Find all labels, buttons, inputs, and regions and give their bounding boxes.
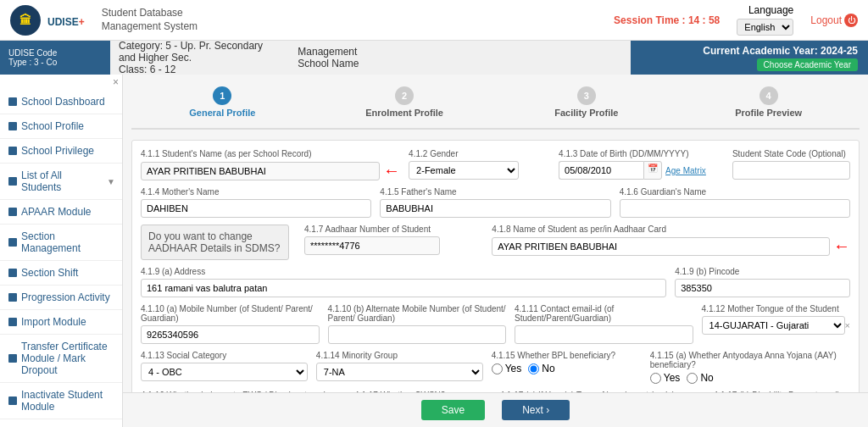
sidebar-item-label: Import Module	[21, 316, 86, 328]
dashboard-icon	[8, 97, 17, 106]
session-time: Session Time : 14 : 58	[614, 14, 720, 26]
mother-name-label: 4.1.4 Mother's Name	[141, 187, 371, 197]
mother-tongue-clear-button[interactable]: ×	[845, 320, 850, 330]
aay-yes-radio[interactable]	[650, 373, 661, 384]
sidebar-item-transfer-certificate[interactable]: Transfer Certificate Module / Mark Dropo…	[0, 335, 122, 383]
sidebar-item-school-profile[interactable]: School Profile	[0, 114, 122, 139]
aadhaar-name-arrow-indicator: ←	[833, 236, 850, 256]
step-enrolment-profile[interactable]: 2 Enrolment Profile	[314, 83, 496, 121]
header-right: Session Time : 14 : 58 Language English …	[614, 4, 858, 36]
pincode-group: 4.1.9 (b) Pincode	[675, 267, 850, 297]
gender-label: 4.1.2 Gender	[409, 149, 550, 158]
pincode-label: 4.1.9 (b) Pincode	[675, 267, 850, 276]
father-name-label: 4.1.5 Father's Name	[380, 187, 610, 197]
choose-academic-year-button[interactable]: Choose Academic Year	[757, 58, 858, 71]
dob-group: 4.1.3 Date of Birth (DD/MM/YYYY) 📅 Age M…	[559, 149, 724, 180]
aadhaar-number-input[interactable]	[304, 236, 440, 255]
father-name-group: 4.1.5 Father's Name	[380, 187, 610, 218]
bpl-no-label[interactable]: No	[528, 363, 554, 374]
student-name-label: 4.1.1 Student's Name (as per School Reco…	[141, 149, 400, 158]
save-button[interactable]: Save	[421, 400, 485, 420]
sidebar-item-progression-activity[interactable]: Progression Activity	[0, 286, 122, 310]
step-label-3: Facility Profile	[499, 108, 675, 118]
subheader: UDISE Code Type : 3 - Co Category: 5 - U…	[0, 41, 868, 75]
category-section: Category: 5 - Up. Pr. Secondary and High…	[110, 41, 289, 75]
logout-button[interactable]: Logout ⏻	[810, 14, 858, 27]
sidebar-item-label: List of All Students	[21, 169, 103, 193]
sidebar-item-import-module[interactable]: Import Module	[0, 310, 122, 335]
sidebar-item-list-all-students[interactable]: List of All Students ▼	[0, 164, 122, 200]
bottom-bar: Save Next ›	[123, 392, 868, 427]
bpl-yes-label[interactable]: Yes	[492, 363, 522, 374]
sidebar-item-label: Section Management	[21, 230, 115, 254]
logo-icon: 🏛	[10, 5, 41, 36]
inactivate-icon	[8, 396, 17, 405]
step-label-2: Enrolment Profile	[317, 108, 492, 118]
guardian-name-group: 4.1.6 Guardian's Name	[620, 187, 850, 218]
mobile-input[interactable]	[141, 325, 320, 344]
bpl-yes-radio[interactable]	[492, 363, 503, 374]
section-mgmt-icon	[8, 238, 17, 247]
pincode-input[interactable]	[675, 279, 850, 297]
logo-area: 🏛 UDISE+ Student Database Management Sys…	[10, 5, 198, 36]
aay-no-radio[interactable]	[687, 373, 698, 384]
sidebar-item-reporting-module[interactable]: Reporting Module	[0, 419, 122, 427]
state-code-input[interactable]	[732, 161, 850, 180]
email-input[interactable]	[515, 325, 693, 344]
student-name-input[interactable]	[141, 162, 380, 180]
mother-name-group: 4.1.4 Mother's Name	[141, 187, 371, 218]
form-row-2: 4.1.4 Mother's Name 4.1.5 Father's Name …	[141, 187, 850, 218]
mother-tongue-select[interactable]: 14-GUJARATI - Gujarati	[702, 316, 845, 335]
step-facility-profile[interactable]: 3 Facility Profile	[496, 83, 678, 121]
apaar-icon	[8, 208, 17, 216]
step-label-1: General Profile	[135, 108, 310, 118]
step-general-profile[interactable]: 1 General Profile	[131, 83, 314, 121]
aay-label: 4.1.15 (a) Whether Antyodaya Anna Yojana…	[650, 351, 850, 369]
transfer-icon	[8, 354, 17, 363]
social-category-label: 4.1.13 Social Category	[141, 351, 308, 360]
aay-yes-label[interactable]: Yes	[650, 372, 681, 384]
form-card: 4.1.1 Student's Name (as per School Reco…	[131, 140, 860, 392]
sidebar-item-section-shift[interactable]: Section Shift	[0, 261, 122, 286]
form-content: 1 General Profile 2 Enrolment Profile 3 …	[123, 75, 868, 392]
alt-mobile-label: 4.1.10 (b) Alternate Mobile Number (of S…	[328, 304, 507, 323]
aadhaar-name-input[interactable]	[492, 237, 830, 256]
minority-group-select[interactable]: 7-NA	[316, 363, 483, 381]
minority-group-group: 4.1.14 Minority Group 7-NA	[316, 351, 483, 381]
next-button[interactable]: Next ›	[502, 400, 570, 420]
address-input[interactable]	[141, 279, 666, 297]
calendar-icon[interactable]: 📅	[643, 161, 662, 180]
age-matrix-link[interactable]: Age Matrix	[665, 166, 706, 175]
sidebar-item-apaar-module[interactable]: APAAR Module	[0, 200, 122, 225]
sidebar-item-inactivate-student[interactable]: Inactivate Student Module	[0, 383, 122, 419]
sidebar-item-school-privilege[interactable]: School Privilege	[0, 139, 122, 164]
gender-select[interactable]: 2-Female	[409, 161, 519, 180]
bpl-no-radio[interactable]	[528, 363, 539, 374]
aay-no-label[interactable]: No	[687, 372, 713, 384]
aay-radio-group: Yes No	[650, 372, 850, 384]
step-num-1: 1	[213, 86, 231, 105]
social-category-select[interactable]: 4 - OBC	[141, 363, 308, 381]
guardian-name-input[interactable]	[620, 199, 850, 218]
sidebar-close-button[interactable]: ×	[113, 76, 119, 88]
progression-icon	[8, 293, 17, 302]
step-profile-preview[interactable]: 4 Profile Preview	[677, 83, 860, 121]
alt-mobile-input[interactable]	[328, 325, 507, 344]
sidebar-item-section-management[interactable]: Section Management	[0, 225, 122, 261]
sidebar-item-label: School Profile	[21, 120, 84, 132]
dob-input[interactable]	[559, 161, 643, 180]
form-row-1: 4.1.1 Student's Name (as per School Reco…	[141, 149, 850, 180]
language-label: Language	[748, 4, 793, 16]
aadhaar-name-label: 4.1.8 Name of Student as per/in Aadhaar …	[492, 225, 850, 234]
gender-group: 4.1.2 Gender 2-Female	[409, 149, 550, 180]
state-code-label: Student State Code (Optional)	[732, 149, 850, 158]
step-num-4: 4	[760, 86, 778, 105]
udise-logo: UDISE+	[47, 10, 85, 29]
language-section: Language English	[737, 4, 793, 36]
father-name-input[interactable]	[380, 199, 610, 218]
language-select[interactable]: English	[737, 19, 793, 36]
bpl-radio-group: Yes No	[492, 363, 642, 374]
sidebar-item-school-dashboard[interactable]: School Dashboard	[0, 90, 122, 114]
step-num-2: 2	[395, 86, 414, 105]
mother-name-input[interactable]	[141, 199, 371, 218]
